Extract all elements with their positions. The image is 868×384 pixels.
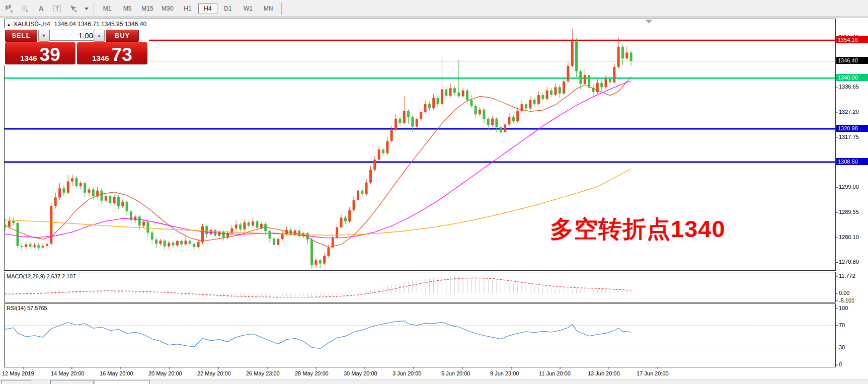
toolbar: E F A T M1M5M15M30H1H4D1W1MN bbox=[0, 0, 868, 17]
time-axis-label: 28 May 20:00 bbox=[295, 370, 329, 376]
buy-button[interactable]: BUY bbox=[106, 30, 139, 42]
timeframe-button-m15[interactable]: M15 bbox=[138, 3, 157, 14]
macd-scale-label: 11.772 bbox=[839, 273, 855, 279]
time-axis-label: 13 Jun 20:00 bbox=[588, 370, 620, 376]
toolbar-separator bbox=[94, 3, 94, 15]
collapse-triangle-icon[interactable]: ▲ bbox=[7, 22, 11, 27]
time-axis-label: 26 May 23:00 bbox=[246, 370, 280, 376]
timeframe-group: M1M5M15M30H1H4D1W1MN bbox=[97, 3, 278, 14]
label-a-icon[interactable]: A bbox=[34, 2, 48, 15]
macd-label: MACD(12,26,9) 2.637 2.107 bbox=[7, 273, 76, 279]
time-axis-label: 20 May 20:00 bbox=[148, 370, 182, 376]
volume-decrease-button[interactable]: ▼ bbox=[38, 30, 49, 42]
application-window: E F A T M1M5M15M30H1H4D1W1MN ▲XAUUSD-,H4… bbox=[0, 0, 868, 384]
chart-tab[interactable] bbox=[50, 380, 94, 384]
timeframe-button-m1[interactable]: M1 bbox=[98, 3, 117, 14]
time-axis-label: 14 May 20:00 bbox=[51, 370, 85, 376]
ask-price-prefix: 1346 bbox=[92, 53, 109, 63]
chart-annotation-text: 多空转折点1340 bbox=[550, 213, 726, 245]
timeframe-button-d1[interactable]: D1 bbox=[218, 3, 238, 14]
chart-symbol-period: XAUUSD-,H4 bbox=[14, 21, 50, 28]
one-click-trading-panel: SELL ▼ ▲ BUY 1346 39 1346 73 bbox=[4, 28, 149, 65]
chart-tab[interactable] bbox=[1, 380, 31, 384]
timeframe-button-w1[interactable]: W1 bbox=[239, 3, 258, 14]
candles-pen-e-icon[interactable]: E bbox=[2, 2, 16, 15]
time-axis-label: 9 Jun 23:00 bbox=[490, 370, 519, 376]
sell-button[interactable]: SELL bbox=[5, 30, 37, 42]
bid-price-box[interactable]: 1346 39 bbox=[5, 42, 75, 64]
svg-text:T: T bbox=[56, 6, 59, 12]
timeframe-button-h1[interactable]: H1 bbox=[178, 3, 197, 14]
price-level-badge: 1320.98 bbox=[836, 125, 868, 132]
last-price-badge: 1346.40 bbox=[836, 57, 868, 64]
timeframe-button-h4[interactable]: H4 bbox=[198, 3, 217, 14]
chart-ohlc-values: 1346.04 1346.71 1345.95 1346.40 bbox=[54, 21, 147, 28]
toolbar-separator bbox=[281, 3, 282, 15]
svg-text:E: E bbox=[11, 10, 13, 13]
time-axis-label: 17 Jun 20:00 bbox=[637, 370, 669, 376]
price-level-badge: 1340.00 bbox=[836, 74, 868, 81]
rsi-scale-label: 100 bbox=[839, 305, 848, 311]
time-axis-label: 11 Jun 20:00 bbox=[539, 370, 571, 376]
time-axis-label: 22 May 20:00 bbox=[197, 370, 231, 376]
rsi-scale-label: 70 bbox=[839, 322, 845, 328]
price-tick-label: 1289.55 bbox=[839, 209, 859, 215]
chart-window bbox=[0, 17, 868, 384]
bid-price-digits: 39 bbox=[40, 46, 60, 63]
price-tick-label: 1270.80 bbox=[839, 259, 859, 265]
volume-increase-button[interactable]: ▲ bbox=[94, 30, 105, 42]
rsi-scale-label: 30 bbox=[839, 344, 845, 350]
price-tick-label: 1336.65 bbox=[839, 84, 859, 90]
price-tick-label: 1280.10 bbox=[839, 234, 859, 240]
timeframe-button-m5[interactable]: M5 bbox=[118, 3, 137, 14]
time-axis-label: 5 Jun 20:00 bbox=[441, 370, 470, 376]
bid-price-prefix: 1346 bbox=[20, 53, 37, 63]
ask-price-box[interactable]: 1346 73 bbox=[77, 42, 147, 64]
timeframe-button-mn[interactable]: MN bbox=[259, 3, 278, 14]
time-axis-label: 16 May 20:00 bbox=[100, 370, 133, 376]
ask-price-digits: 73 bbox=[112, 46, 132, 63]
cursor-style-icon[interactable] bbox=[66, 2, 81, 15]
price-tick-label: 1317.75 bbox=[839, 134, 859, 140]
chart-title: ▲XAUUSD-,H41346.04 1346.71 1345.95 1346.… bbox=[7, 21, 146, 28]
chart-tab-strip bbox=[0, 379, 868, 384]
dropdown-arrow-icon[interactable] bbox=[83, 2, 91, 15]
timeframe-button-m30[interactable]: M30 bbox=[158, 3, 177, 14]
textbox-t-icon[interactable]: T bbox=[50, 2, 64, 15]
rsi-scale-label: 0 bbox=[839, 361, 842, 367]
dots-grid-f-icon[interactable]: F bbox=[18, 2, 32, 15]
volume-input[interactable] bbox=[49, 30, 97, 41]
svg-text:F: F bbox=[26, 10, 28, 13]
macd-scale-label: -5.101 bbox=[839, 297, 854, 303]
price-level-badge: 1354.16 bbox=[836, 36, 868, 43]
macd-scale-label: 0.00 bbox=[839, 290, 849, 296]
time-axis-label: 12 May 2019 bbox=[2, 370, 34, 376]
price-tick-label: 1299.00 bbox=[839, 184, 859, 190]
price-tick-label: 1327.20 bbox=[839, 109, 859, 115]
rsi-label: RSI(14) 57.5765 bbox=[7, 305, 47, 311]
time-axis-label: 30 May 20:00 bbox=[344, 370, 377, 376]
price-level-badge: 1308.50 bbox=[836, 158, 868, 165]
chart-tab[interactable] bbox=[95, 380, 150, 384]
time-axis-label: 3 Jun 20:00 bbox=[392, 370, 422, 376]
